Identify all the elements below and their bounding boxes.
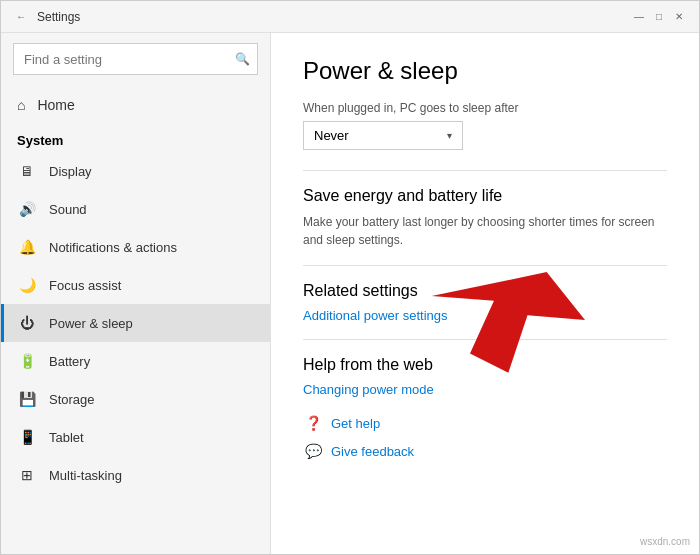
titlebar-title: Settings (37, 10, 80, 24)
get-help-icon: ❓ (303, 413, 323, 433)
related-section: Related settings Additional power settin… (303, 282, 667, 323)
sound-icon: 🔊 (17, 199, 37, 219)
sidebar-item-label: Focus assist (49, 278, 121, 293)
battery-icon: 🔋 (17, 351, 37, 371)
sidebar-item-label: Multi-tasking (49, 468, 122, 483)
plugged-label: When plugged in, PC goes to sleep after (303, 101, 667, 115)
storage-icon: 💾 (17, 389, 37, 409)
divider-3 (303, 339, 667, 340)
sidebar-item-label: Display (49, 164, 92, 179)
sidebar-item-focus[interactable]: 🌙 Focus assist (1, 266, 270, 304)
search-container: 🔍 (13, 43, 258, 75)
feedback-icon: 💬 (303, 441, 323, 461)
sidebar-item-sound[interactable]: 🔊 Sound (1, 190, 270, 228)
give-feedback-link[interactable]: Give feedback (331, 444, 414, 459)
sidebar-item-label: Battery (49, 354, 90, 369)
help-section: Help from the web Changing power mode (303, 356, 667, 397)
sidebar-section-label: System (1, 125, 270, 152)
sidebar: 🔍 ⌂ Home System 🖥 Display 🔊 Sound 🔔 (1, 33, 271, 554)
help-heading: Help from the web (303, 356, 667, 374)
close-button[interactable]: ✕ (671, 9, 687, 25)
chevron-down-icon: ▾ (447, 130, 452, 141)
divider-2 (303, 265, 667, 266)
energy-desc: Make your battery last longer by choosin… (303, 213, 667, 249)
titlebar: ← Settings — □ ✕ (1, 1, 699, 33)
titlebar-left: ← Settings (13, 9, 80, 25)
multitasking-icon: ⊞ (17, 465, 37, 485)
energy-heading: Save energy and battery life (303, 187, 667, 205)
divider-1 (303, 170, 667, 171)
watermark: wsxdn.com (640, 536, 690, 547)
related-heading: Related settings (303, 282, 667, 300)
sleep-dropdown[interactable]: Never ▾ (303, 121, 463, 150)
get-help-link[interactable]: Get help (331, 416, 380, 431)
sidebar-item-display[interactable]: 🖥 Display (1, 152, 270, 190)
minimize-button[interactable]: — (631, 9, 647, 25)
sidebar-item-storage[interactable]: 💾 Storage (1, 380, 270, 418)
main-content: Power & sleep When plugged in, PC goes t… (271, 33, 699, 554)
dropdown-value: Never (314, 128, 349, 143)
search-input[interactable] (13, 43, 258, 75)
sidebar-item-tablet[interactable]: 📱 Tablet (1, 418, 270, 456)
tablet-icon: 📱 (17, 427, 37, 447)
sidebar-item-label: Power & sleep (49, 316, 133, 331)
sidebar-item-label: Storage (49, 392, 95, 407)
maximize-button[interactable]: □ (651, 9, 667, 25)
sidebar-item-label: Sound (49, 202, 87, 217)
sidebar-item-notifications[interactable]: 🔔 Notifications & actions (1, 228, 270, 266)
titlebar-controls: — □ ✕ (631, 9, 687, 25)
energy-section: Save energy and battery life Make your b… (303, 187, 667, 249)
focus-icon: 🌙 (17, 275, 37, 295)
page-title: Power & sleep (303, 57, 667, 85)
changing-power-mode-link[interactable]: Changing power mode (303, 382, 667, 397)
sidebar-item-label: Tablet (49, 430, 84, 445)
power-icon: ⏻ (17, 313, 37, 333)
sidebar-item-multitasking[interactable]: ⊞ Multi-tasking (1, 456, 270, 494)
additional-power-settings-link[interactable]: Additional power settings (303, 308, 667, 323)
feedback-item: 💬 Give feedback (303, 441, 667, 461)
back-button[interactable]: ← (13, 9, 29, 25)
get-help-item: ❓ Get help (303, 413, 667, 433)
content-area: 🔍 ⌂ Home System 🖥 Display 🔊 Sound 🔔 (1, 33, 699, 554)
sidebar-item-power[interactable]: ⏻ Power & sleep (1, 304, 270, 342)
display-icon: 🖥 (17, 161, 37, 181)
search-icon: 🔍 (235, 52, 250, 66)
sidebar-home-label: Home (37, 97, 74, 113)
home-icon: ⌂ (17, 97, 25, 113)
sidebar-item-home[interactable]: ⌂ Home (1, 85, 270, 125)
notifications-icon: 🔔 (17, 237, 37, 257)
sidebar-item-label: Notifications & actions (49, 240, 177, 255)
sidebar-item-battery[interactable]: 🔋 Battery (1, 342, 270, 380)
